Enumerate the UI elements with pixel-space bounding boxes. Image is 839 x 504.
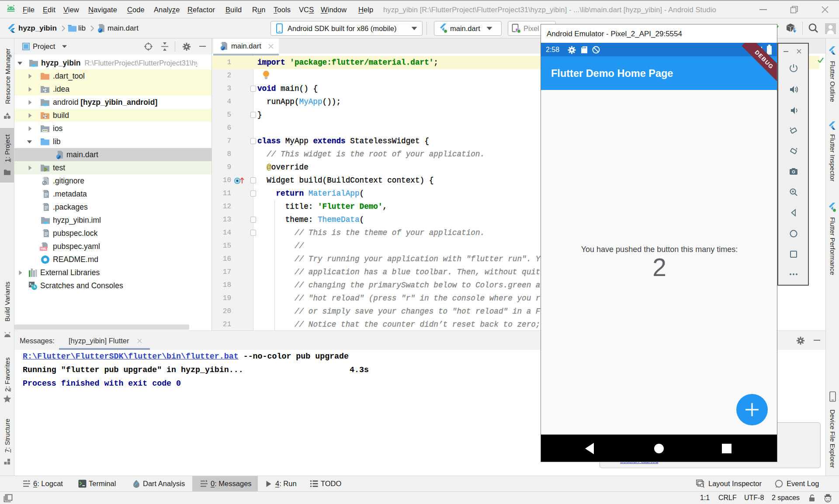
svg-text:YML: YML [40,247,47,250]
